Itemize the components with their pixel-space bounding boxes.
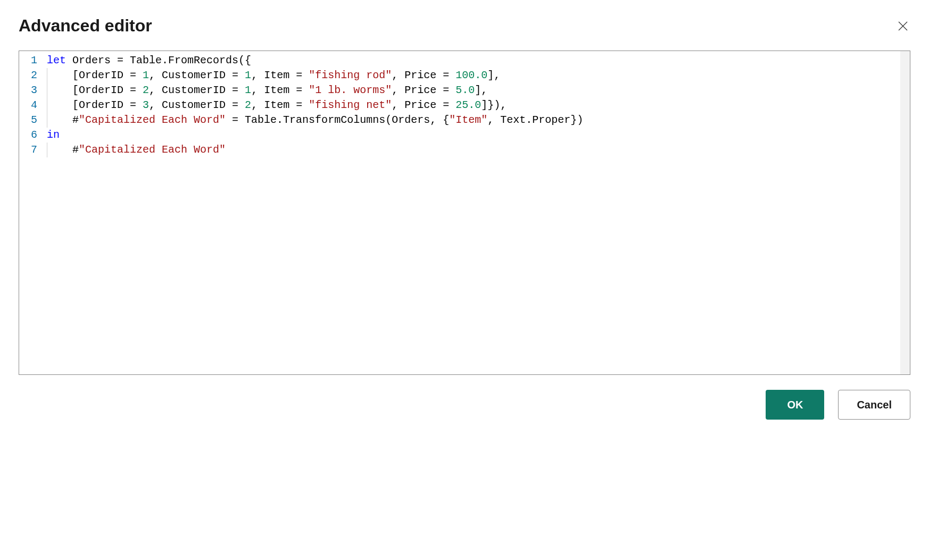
code-token: let [47, 54, 66, 66]
close-icon [897, 20, 909, 32]
code-token: ], [487, 69, 500, 81]
line-number: 6 [31, 128, 37, 143]
code-token: 3 [143, 99, 149, 111]
code-line[interactable]: in [47, 128, 910, 143]
code-token: # [72, 144, 79, 156]
code-token: , Item = [251, 69, 309, 81]
code-token: "Item" [449, 114, 487, 126]
dialog-title: Advanced editor [19, 16, 152, 36]
code-token: 2 [143, 84, 149, 96]
line-number: 1 [31, 53, 37, 68]
line-number: 2 [31, 68, 37, 83]
code-token: , Item = [251, 99, 309, 111]
code-token: "1 lb. worms" [309, 84, 392, 96]
code-line[interactable]: #"Capitalized Each Word" [47, 143, 910, 157]
code-token: 1 [245, 84, 251, 96]
code-token: , Text.Proper}) [487, 114, 583, 126]
code-token: , CustomerID = [149, 69, 245, 81]
code-token: = Table.TransformColumns(Orders, { [226, 114, 449, 126]
dialog-footer: OK Cancel [19, 390, 910, 420]
code-token: 5.0 [455, 84, 475, 96]
close-button[interactable] [895, 19, 910, 34]
code-token: , Item = [251, 84, 309, 96]
code-editor[interactable]: 1234567 let Orders = Table.FromRecords({… [19, 51, 910, 375]
code-token: "fishing rod" [309, 69, 392, 81]
code-token: [OrderID = [72, 69, 143, 81]
line-number: 4 [31, 98, 37, 113]
code-token: 25.0 [455, 99, 481, 111]
code-line[interactable]: [OrderID = 3, CustomerID = 2, Item = "fi… [47, 98, 910, 113]
code-token: 2 [245, 99, 251, 111]
code-line[interactable]: let Orders = Table.FromRecords({ [47, 53, 910, 68]
code-token: ], [475, 84, 487, 96]
code-token: "Capitalized Each Word" [79, 114, 226, 126]
code-token: "Capitalized Each Word" [79, 144, 226, 156]
code-line[interactable]: [OrderID = 1, CustomerID = 1, Item = "fi… [47, 68, 910, 83]
line-number: 7 [31, 143, 37, 157]
cancel-button[interactable]: Cancel [838, 390, 910, 420]
code-token: in [47, 129, 60, 141]
vertical-scrollbar[interactable] [900, 51, 910, 374]
dialog-header: Advanced editor [19, 16, 910, 36]
code-token: # [72, 114, 79, 126]
ok-button[interactable]: OK [766, 390, 824, 420]
code-token: 1 [143, 69, 149, 81]
code-line[interactable]: #"Capitalized Each Word" = Table.Transfo… [47, 113, 910, 128]
code-token: "fishing net" [309, 99, 392, 111]
line-number: 3 [31, 83, 37, 98]
code-token: [OrderID = [72, 84, 143, 96]
code-line[interactable]: [OrderID = 2, CustomerID = 1, Item = "1 … [47, 83, 910, 98]
code-token: [OrderID = [72, 99, 143, 111]
code-content[interactable]: let Orders = Table.FromRecords({ [OrderI… [47, 53, 910, 157]
code-token: , Price = [392, 99, 455, 111]
code-token: , CustomerID = [149, 99, 245, 111]
code-token: Orders = Table.FromRecords({ [66, 54, 251, 66]
code-token: 1 [245, 69, 251, 81]
line-number-gutter: 1234567 [19, 53, 47, 157]
code-token: ]}), [481, 99, 507, 111]
code-token: , Price = [392, 69, 455, 81]
line-number: 5 [31, 113, 37, 128]
code-token: 100.0 [455, 69, 487, 81]
code-token: , Price = [392, 84, 455, 96]
code-token: , CustomerID = [149, 84, 245, 96]
